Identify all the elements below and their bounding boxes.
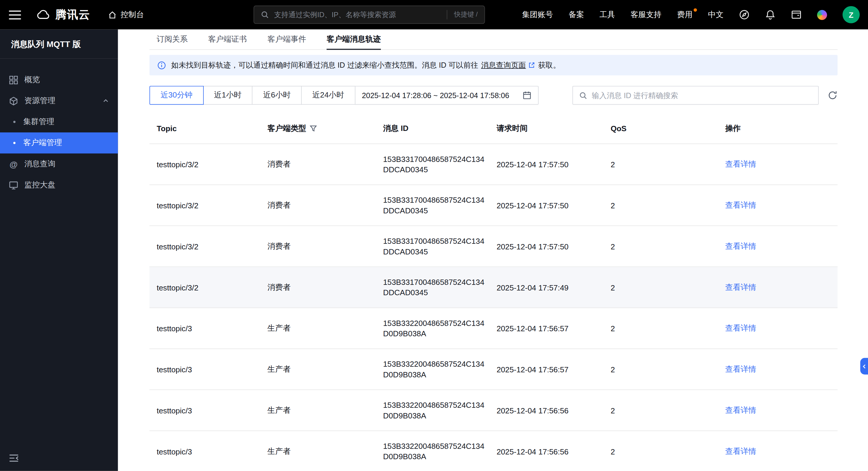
view-details-link[interactable]: 查看详情 [725,159,756,168]
table-header: Topic 客户端类型 消息 ID 请求时间 QoS 操作 [149,114,838,144]
col-topic: Topic [149,124,260,133]
table-row: testtopic/3 生产者 153B332200486587524C134D… [149,349,838,390]
table-row: testtopic/3 生产者 153B332200486587524C134D… [149,308,838,349]
cell-message-id: 153B332200486587524C134D0D9B038A [383,318,490,338]
view-details-link[interactable]: 查看详情 [725,323,756,332]
cell-message-id: 153B331700486587524C134DDCAD0345 [383,154,490,175]
search-icon [579,91,587,99]
refresh-icon[interactable] [828,90,838,100]
tab-client-events[interactable]: 客户端事件 [268,29,306,49]
main-menu-button[interactable] [9,10,21,19]
sidebar-item-client-management[interactable]: 客户端管理 [0,133,118,153]
table-row: testtopic/3/2 消费者 153B331700486587524C13… [149,226,838,267]
global-search-input[interactable] [274,11,442,19]
table-row: testtopic/3/2 消费者 153B331700486587524C13… [149,185,838,226]
support-menu[interactable]: 客服支持 [631,10,662,20]
col-client-type: 客户端类型 [268,123,306,134]
sidebar-item-resource-management[interactable]: 资源管理 [0,90,118,111]
cell-qos: 2 [603,324,718,333]
cell-request-time: 2025-12-04 17:56:56 [490,406,603,415]
view-details-link[interactable]: 查看详情 [725,282,756,291]
chevron-up-icon [102,97,110,105]
view-details-link[interactable]: 查看详情 [725,200,756,209]
sidebar-item-message-query[interactable]: @ 消息查询 [0,153,118,174]
view-details-link[interactable]: 查看详情 [725,405,756,414]
billing-menu[interactable]: 费用 [677,10,693,20]
cell-topic: testtopic/3 [149,324,260,333]
col-actions: 操作 [718,123,838,134]
tab-subscription-relations[interactable]: 订阅关系 [157,29,188,49]
range-30min-button[interactable]: 近30分钟 [149,86,204,105]
view-details-link[interactable]: 查看详情 [725,446,756,455]
cell-topic: testtopic/3/2 [149,283,260,292]
grid-icon [9,75,18,85]
cell-client-type: 消费者 [260,241,376,252]
ai-assistant-icon[interactable] [817,10,827,20]
shortcut-hint: 快捷键 / [447,10,478,20]
view-details-link[interactable]: 查看详情 [725,364,756,373]
cell-client-type: 生产者 [260,323,376,333]
filter-funnel-icon[interactable] [309,125,317,133]
message-id-search-input[interactable] [592,91,812,99]
banner-text-after: 获取。 [538,60,561,70]
topbar: 腾讯云 控制台 快捷键 / 集团账号 备案 工具 客服支持 费用 中文 [0,0,868,29]
table-row: testtopic/3/2 消费者 153B331700486587524C13… [149,267,838,308]
date-range-value: 2025-12-04 17:28:06 ~ 2025-12-04 17:58:0… [362,91,509,99]
group-account-menu[interactable]: 集团账号 [522,10,553,20]
at-icon: @ [9,159,18,169]
console-home-link[interactable]: 控制台 [108,10,144,20]
tab-client-message-trace[interactable]: 客户端消息轨迹 [327,29,381,49]
tab-bar: 订阅关系 客户端证书 客户端事件 客户端消息轨迹 [149,29,838,50]
main-content: 订阅关系 客户端证书 客户端事件 客户端消息轨迹 如未找到目标轨迹，可以通过精确… [118,29,868,471]
cloud-logo-icon [36,9,51,20]
range-6h-button[interactable]: 近6小时 [252,86,302,105]
external-link-icon [528,61,535,68]
panel-expand-handle[interactable] [860,358,868,374]
cell-message-id: 153B331700486587524C134DDCAD0345 [383,277,490,298]
console-label: 控制台 [121,10,144,20]
cell-client-type: 消费者 [260,200,376,210]
range-24h-button[interactable]: 近24小时 [301,86,355,105]
cell-message-id: 153B332200486587524C134D0D9B038A [383,359,490,380]
sidebar-item-overview[interactable]: 概览 [0,69,118,90]
compass-icon[interactable] [739,9,750,20]
cell-topic: testtopic/3/2 [149,160,260,169]
cell-client-type: 消费者 [260,282,376,292]
col-message-id: 消息 ID [376,123,489,134]
bullet-dot [13,121,16,123]
cell-qos: 2 [603,365,718,374]
cell-qos: 2 [603,201,718,210]
sidebar-item-cluster-management[interactable]: 集群管理 [0,111,118,133]
table-row: testtopic/3 生产者 153B332200486587524C134D… [149,431,838,471]
date-range-picker[interactable]: 2025-12-04 17:28:06 ~ 2025-12-04 17:58:0… [354,86,538,105]
user-avatar[interactable]: Z [843,6,860,23]
cell-message-id: 153B331700486587524C134DDCAD0345 [383,195,490,216]
page: 腾讯云 控制台 快捷键 / 集团账号 备案 工具 客服支持 费用 中文 [0,0,868,471]
tencent-cloud-logo[interactable]: 腾讯云 [36,7,90,22]
table-row: testtopic/3/2 消费者 153B331700486587524C13… [149,144,838,185]
table-row: testtopic/3 生产者 153B332200486587524C134D… [149,390,838,431]
cell-topic: testtopic/3 [149,406,260,415]
global-search[interactable]: 快捷键 / [254,6,485,24]
sidebar-item-monitor-dashboard[interactable]: 监控大盘 [0,175,118,196]
cell-topic: testtopic/3/2 [149,242,260,251]
tab-client-certificates[interactable]: 客户端证书 [208,29,247,49]
range-1h-button[interactable]: 近1小时 [203,86,252,105]
home-icon [108,10,117,19]
cube-icon [9,96,18,106]
sidebar-collapse-button[interactable] [8,453,20,463]
bell-icon[interactable] [765,9,776,20]
view-details-link[interactable]: 查看详情 [725,241,756,250]
sidebar: 消息队列 MQTT 版 概览 资源管理 集群管理 [0,29,118,471]
tools-menu[interactable]: 工具 [600,10,615,20]
feedback-panel-icon[interactable] [791,9,802,20]
chevron-left-icon [862,364,867,369]
cell-request-time: 2025-12-04 17:56:57 [490,365,603,374]
message-query-page-link[interactable]: 消息查询页面 [481,60,526,70]
language-switch[interactable]: 中文 [708,10,724,20]
message-id-search[interactable] [572,86,819,105]
calendar-icon [523,91,531,100]
product-title: 消息队列 MQTT 版 [0,29,118,59]
icp-filing-menu[interactable]: 备案 [569,10,584,20]
cell-message-id: 153B332200486587524C134D0D9B038A [383,400,490,421]
